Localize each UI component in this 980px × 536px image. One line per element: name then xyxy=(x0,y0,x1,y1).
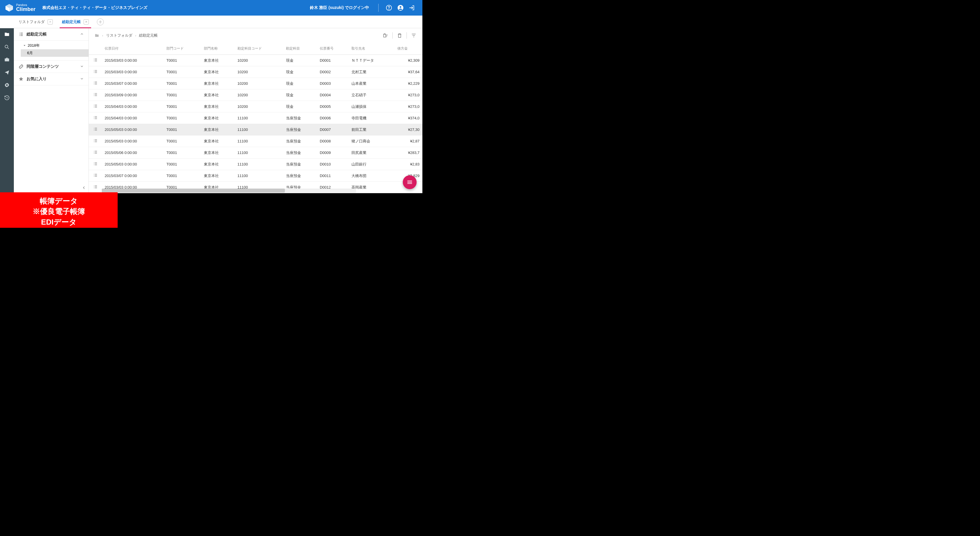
collapse-panel-icon[interactable] xyxy=(81,185,86,191)
col-header[interactable]: 勘定科目コード xyxy=(235,43,283,55)
table-row[interactable]: 2015/04/03 0:00:00T0001東京本社10200現金D0005山… xyxy=(89,101,422,113)
fab-menu-button[interactable] xyxy=(403,175,417,189)
cell-partner: 田尻産業 xyxy=(348,147,395,159)
cell-acct: 現金 xyxy=(283,55,317,66)
row-menu-icon[interactable] xyxy=(89,101,102,113)
chevron-right-icon: › xyxy=(102,34,103,37)
side-section-siblings[interactable]: 同階層コンテンツ xyxy=(14,60,89,73)
send-icon[interactable] xyxy=(4,69,10,76)
cell-debit: ¥2,83 xyxy=(395,159,422,170)
cell-date: 2015/03/03 0:00:00 xyxy=(102,66,164,78)
svg-point-7 xyxy=(5,45,8,48)
logout-icon[interactable] xyxy=(409,4,415,11)
gear-icon[interactable] xyxy=(4,82,10,88)
tab-list-folder[interactable]: リストフォルダ ✕ xyxy=(14,16,57,28)
table-row[interactable]: 2015/05/03 0:00:00T0001東京本社11100当座預金D001… xyxy=(89,159,422,170)
cell-date: 2015/03/03 0:00:00 xyxy=(102,55,164,66)
close-icon[interactable]: ✕ xyxy=(84,19,89,24)
row-menu-icon[interactable] xyxy=(89,181,102,193)
table-row[interactable]: 2015/03/07 0:00:00T0001東京本社10200現金D0003山… xyxy=(89,78,422,89)
table-row[interactable]: 2015/03/09 0:00:00T0001東京本社10200現金D0004立… xyxy=(89,89,422,101)
side-section-ledger[interactable]: 総勘定元帳 xyxy=(14,28,89,41)
cell-date: 2015/05/06 0:00:00 xyxy=(102,147,164,159)
briefcase-icon[interactable] xyxy=(4,57,10,63)
cell-partner: 山田銀行 xyxy=(348,159,395,170)
row-menu-icon[interactable] xyxy=(89,159,102,170)
add-tab-button[interactable] xyxy=(97,19,104,25)
cell-dept-name: 東京本社 xyxy=(201,147,235,159)
table-row[interactable]: 2015/03/07 0:00:00T0001東京本社11100当座預金D001… xyxy=(89,170,422,181)
chevron-up-icon xyxy=(80,32,84,37)
close-icon[interactable]: ✕ xyxy=(48,19,53,24)
nav-rail xyxy=(0,28,14,193)
cell-acct: 現金 xyxy=(283,89,317,101)
tree-month[interactable]: 6月 xyxy=(21,49,89,57)
filter-icon[interactable] xyxy=(411,33,417,38)
search-icon[interactable] xyxy=(4,44,10,50)
cell-debit: ¥273,0 xyxy=(395,101,422,113)
cell-debit: ¥273,0 xyxy=(395,89,422,101)
col-header[interactable]: 取引先名 xyxy=(348,43,395,55)
tree-year[interactable]: 2018年 xyxy=(21,42,89,49)
cell-dept-code: T0001 xyxy=(164,159,201,170)
row-menu-icon[interactable] xyxy=(89,55,102,66)
row-menu-icon[interactable] xyxy=(89,89,102,101)
col-header[interactable]: 部門名称 xyxy=(201,43,235,55)
cell-partner: 山瀬損保 xyxy=(348,101,395,113)
delete-sweep-icon[interactable] xyxy=(383,33,388,38)
side-section-favorites[interactable]: お気に入り xyxy=(14,73,89,85)
row-menu-icon[interactable] xyxy=(89,147,102,159)
star-icon xyxy=(19,76,24,81)
delete-icon[interactable] xyxy=(397,33,402,38)
row-menu-icon[interactable] xyxy=(89,135,102,147)
breadcrumb-item[interactable]: リストフォルダ xyxy=(106,33,132,38)
col-header[interactable]: 伝票番号 xyxy=(317,43,348,55)
cell-dept-code: T0001 xyxy=(164,147,201,159)
account-icon[interactable] xyxy=(397,4,404,11)
col-header[interactable]: 勘定科目 xyxy=(283,43,317,55)
cell-slip: D0001 xyxy=(317,55,348,66)
app-window: Pandora Climber 株式会社エヌ・ティ・ティ・データ・ビジネスブレイ… xyxy=(0,0,422,193)
col-header[interactable]: 借方金 xyxy=(395,43,422,55)
table-row[interactable]: 2015/03/03 0:00:00T0001東京本社10200現金D0002北… xyxy=(89,66,422,78)
row-menu-icon[interactable] xyxy=(89,66,102,78)
link-icon xyxy=(19,64,24,69)
cell-partner: 寺田電機 xyxy=(348,113,395,124)
cell-dept-code: T0001 xyxy=(164,78,201,89)
cell-date: 2015/03/09 0:00:00 xyxy=(102,89,164,101)
horizontal-scrollbar[interactable] xyxy=(102,189,356,192)
folder-icon[interactable] xyxy=(4,31,10,38)
col-header[interactable]: 伝票日付 xyxy=(102,43,164,55)
table-row[interactable]: 2015/05/03 0:00:00T0001東京本社11100当座預金D000… xyxy=(89,124,422,135)
cell-slip: D0004 xyxy=(317,89,348,101)
breadcrumb-item[interactable]: 総勘定元帳 xyxy=(139,33,158,38)
table-row[interactable]: 2015/05/03 0:00:00T0001東京本社11100当座預金D000… xyxy=(89,135,422,147)
login-info: 鈴木 雅臣 (suzuki) でログイン中 xyxy=(310,5,369,10)
cell-acct-code: 11100 xyxy=(235,147,283,159)
cell-debit: ¥2,87 xyxy=(395,135,422,147)
help-icon[interactable] xyxy=(385,4,392,11)
row-menu-icon[interactable] xyxy=(89,78,102,89)
table-row[interactable]: 2015/04/03 0:00:00T0001東京本社11100当座預金D000… xyxy=(89,113,422,124)
row-menu-icon[interactable] xyxy=(89,113,102,124)
cell-acct: 当座預金 xyxy=(283,159,317,170)
cell-dept-code: T0001 xyxy=(164,89,201,101)
tab-label: 総勘定元帳 xyxy=(62,19,81,24)
row-menu-icon[interactable] xyxy=(89,124,102,135)
table-row[interactable]: 2015/03/03 0:00:00T0001東京本社10200現金D0001Ｎ… xyxy=(89,55,422,66)
cell-acct: 当座預金 xyxy=(283,135,317,147)
cell-slip: D0010 xyxy=(317,159,348,170)
divider xyxy=(392,32,393,39)
logo-icon xyxy=(5,3,14,13)
cell-slip: D0007 xyxy=(317,124,348,135)
svg-point-9 xyxy=(6,84,8,86)
col-header[interactable]: 部門コード xyxy=(164,43,201,55)
history-icon[interactable] xyxy=(4,95,10,101)
cell-acct-code: 10200 xyxy=(235,55,283,66)
tree: 2018年 6月 xyxy=(14,41,89,60)
cell-acct-code: 11100 xyxy=(235,159,283,170)
table-row[interactable]: 2015/05/06 0:00:00T0001東京本社11100当座預金D000… xyxy=(89,147,422,159)
cell-debit: ¥2,229 xyxy=(395,78,422,89)
tab-general-ledger[interactable]: 総勘定元帳 ✕ xyxy=(57,16,94,28)
row-menu-icon[interactable] xyxy=(89,170,102,181)
